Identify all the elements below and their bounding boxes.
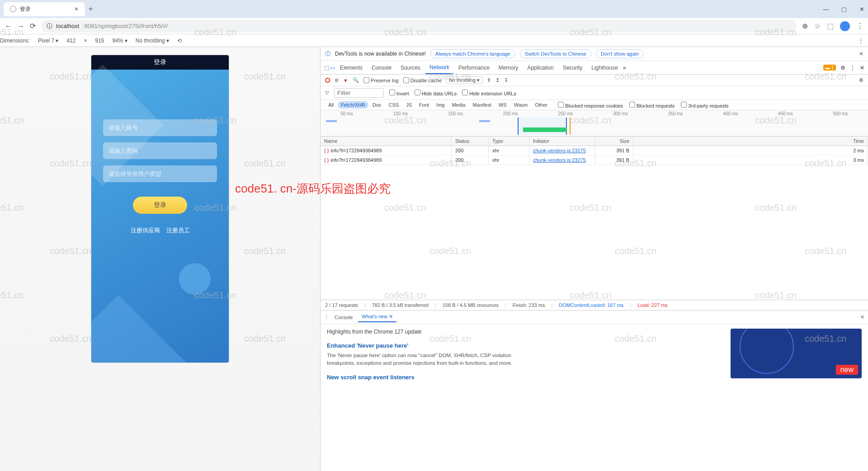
- tab-network[interactable]: Network: [425, 61, 453, 74]
- close-icon[interactable]: ✕: [860, 314, 864, 320]
- maximize-icon[interactable]: ▢: [841, 6, 847, 13]
- device-select[interactable]: Pixel 7 ▾: [38, 38, 58, 44]
- bookmark-icon[interactable]: ☆: [814, 22, 821, 30]
- hide-extension-urls-checkbox[interactable]: Hide extension URLs: [462, 89, 516, 96]
- url-input[interactable]: ⓘ localhost:8081/springbootr275i/front/h…: [41, 20, 797, 33]
- tab-title: 登录: [20, 5, 31, 13]
- col-type[interactable]: Type: [489, 137, 529, 146]
- type-filter-font[interactable]: Font: [416, 101, 432, 108]
- login-button[interactable]: 登录: [133, 197, 187, 214]
- initiator-link[interactable]: chunk-vendors.js:23275: [533, 148, 586, 153]
- type-filter-ws[interactable]: WS: [495, 101, 510, 108]
- register-employee-link[interactable]: 注册员工: [166, 226, 190, 235]
- type-filter-manifest[interactable]: Manifest: [469, 101, 495, 108]
- zoom-icon[interactable]: ⊕: [802, 22, 808, 30]
- issues-badge[interactable]: ▬ 1: [823, 65, 836, 71]
- drawer-tab-whats-new[interactable]: What's new ✕: [358, 312, 396, 322]
- match-language-button[interactable]: Always match Chrome's language: [430, 49, 515, 58]
- throttling-select[interactable]: No throttling ▾: [136, 38, 169, 44]
- site-info-icon[interactable]: ⓘ: [47, 22, 52, 30]
- initiator-link[interactable]: chunk-vendors.js:23275: [533, 157, 586, 163]
- minimize-icon[interactable]: —: [823, 6, 829, 13]
- disable-cache-checkbox[interactable]: Disable cache: [403, 77, 442, 83]
- height-input[interactable]: 915: [95, 38, 104, 44]
- profile-avatar[interactable]: [840, 21, 850, 31]
- tab-lighthouse[interactable]: Lighthouse: [587, 62, 622, 74]
- tab-sources[interactable]: Sources: [396, 62, 425, 74]
- table-row[interactable]: { }info?t=1722849384989200xhrchunk-vendo…: [321, 146, 868, 155]
- more-tabs-icon[interactable]: »: [623, 65, 626, 71]
- type-filter-other[interactable]: Other: [532, 101, 551, 108]
- network-toolbar: ⊘ ▼ 🔍 Preserve log Disable cache No thro…: [321, 75, 868, 86]
- col-size[interactable]: Size: [595, 137, 633, 146]
- section-heading[interactable]: Enhanced 'Never pause here': [327, 342, 722, 349]
- col-status[interactable]: Status: [452, 137, 489, 146]
- network-timeline[interactable]: 50 ms 100 ms 150 ms 200 ms 250 ms 300 ms…: [321, 110, 868, 137]
- new-tab-button[interactable]: +: [89, 5, 93, 13]
- rotate-icon[interactable]: ⟲: [177, 38, 182, 44]
- close-icon[interactable]: ✕: [860, 65, 864, 71]
- record-icon[interactable]: [325, 78, 330, 83]
- tab-application[interactable]: Application: [523, 62, 558, 74]
- type-filter-wasm[interactable]: Wasm: [511, 101, 531, 108]
- dont-show-button[interactable]: Don't show again: [596, 49, 644, 58]
- blocked-cookies-checkbox[interactable]: Blocked response cookies: [558, 102, 623, 108]
- browser-tab[interactable]: 登录 ✕: [4, 2, 85, 16]
- third-party-checkbox[interactable]: 3rd-party requests: [681, 102, 728, 108]
- blocked-requests-checkbox[interactable]: Blocked requests: [629, 102, 675, 108]
- type-filter-img[interactable]: Img: [433, 101, 448, 108]
- forward-icon[interactable]: →: [17, 22, 24, 30]
- hide-data-urls-checkbox[interactable]: Hide data URLs: [415, 89, 457, 96]
- switch-chinese-button[interactable]: Switch DevTools to Chinese: [520, 49, 591, 58]
- kebab-icon[interactable]: ⋮: [850, 65, 855, 71]
- register-supplier-link[interactable]: 注册供应商: [131, 226, 160, 235]
- extensions-icon[interactable]: ⬚: [827, 22, 834, 30]
- menu-icon[interactable]: ⋮: [856, 22, 863, 30]
- search-icon[interactable]: 🔍: [353, 77, 359, 83]
- wifi-icon[interactable]: ⥣: [487, 77, 491, 83]
- clear-icon[interactable]: ⊘: [335, 77, 339, 83]
- preserve-log-checkbox[interactable]: Preserve log: [363, 77, 399, 83]
- upload-icon[interactable]: ↥: [495, 77, 500, 83]
- whats-new-promo[interactable]: new: [731, 329, 862, 378]
- type-filter-all[interactable]: All: [325, 101, 337, 108]
- globe-icon: [10, 6, 16, 12]
- inspect-icon[interactable]: ⬚: [324, 65, 329, 71]
- tab-elements[interactable]: Elements: [336, 62, 367, 74]
- gear-icon[interactable]: ⚙: [840, 65, 845, 71]
- address-bar: ← → ⟳ ⓘ localhost:8081/springbootr275i/f…: [0, 18, 868, 34]
- width-input[interactable]: 412: [66, 38, 75, 44]
- gear-icon[interactable]: ⚙: [859, 77, 863, 83]
- type-filter-media[interactable]: Media: [448, 101, 468, 108]
- devtools-panel: ⓘ DevTools is now available in Chinese! …: [320, 47, 868, 471]
- col-time[interactable]: Time: [633, 137, 868, 146]
- device-toggle-icon[interactable]: ▭: [330, 65, 335, 71]
- section-heading[interactable]: New scroll snap event listeners: [327, 374, 722, 381]
- col-initiator[interactable]: Initiator: [529, 137, 595, 146]
- back-icon[interactable]: ←: [5, 22, 12, 30]
- tab-security[interactable]: Security: [559, 62, 586, 74]
- table-row[interactable]: { }info?t=1722849384989200xhrchunk-vendo…: [321, 155, 868, 165]
- drawer-tab-console[interactable]: Console: [331, 313, 356, 322]
- type-filter-fetch-xhr[interactable]: Fetch/XHR: [338, 101, 368, 108]
- close-window-icon[interactable]: ✕: [859, 6, 864, 13]
- throttling-dropdown[interactable]: No throttling ▾: [446, 76, 482, 84]
- tab-console[interactable]: Console: [368, 62, 396, 74]
- filter-input[interactable]: [334, 88, 384, 98]
- device-toolbar-menu-icon[interactable]: ⋮: [858, 38, 863, 44]
- invert-checkbox[interactable]: Invert: [389, 89, 409, 96]
- col-name[interactable]: Name: [321, 137, 452, 146]
- drawer-menu-icon[interactable]: ⋮: [324, 314, 329, 320]
- type-filter-doc[interactable]: Doc: [369, 101, 385, 108]
- filter-toggle-icon[interactable]: ▼: [343, 78, 348, 83]
- type-filter-js[interactable]: JS: [403, 101, 415, 108]
- close-icon[interactable]: ✕: [859, 51, 863, 57]
- tab-memory[interactable]: Memory: [495, 62, 522, 74]
- zoom-select[interactable]: 94% ▾: [112, 38, 127, 44]
- download-icon[interactable]: ↧: [504, 77, 508, 83]
- close-icon[interactable]: ✕: [74, 6, 79, 12]
- bg-shape: [91, 295, 195, 363]
- reload-icon[interactable]: ⟳: [30, 22, 36, 30]
- type-filter-css[interactable]: CSS: [386, 101, 402, 108]
- tab-performance[interactable]: Performance: [454, 62, 494, 74]
